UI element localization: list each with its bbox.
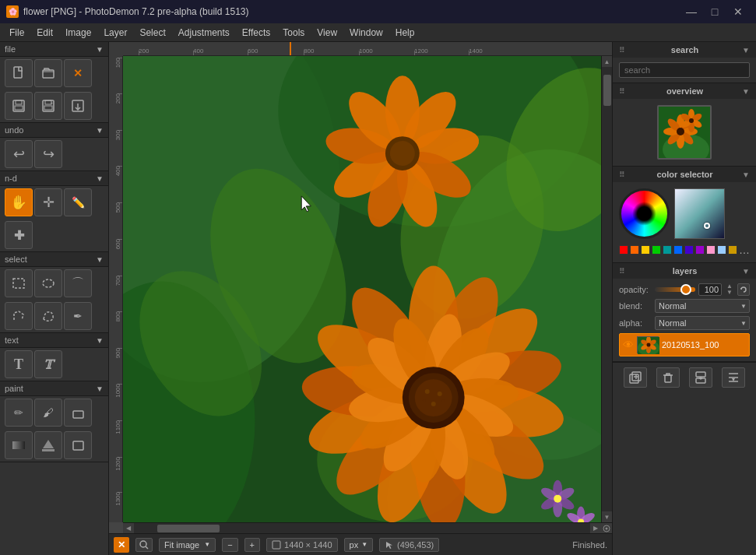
scroll-thumb-h[interactable] xyxy=(157,525,220,532)
overview-label: overview xyxy=(666,86,703,96)
fill-button[interactable] xyxy=(34,431,62,459)
toolbar-paint-header[interactable]: paint ▼ xyxy=(0,381,108,396)
zoom-search-button[interactable] xyxy=(135,538,153,552)
menu-help[interactable]: Help xyxy=(389,26,421,40)
undo-button[interactable]: ↩ xyxy=(5,140,33,168)
save-as-button[interactable]: + xyxy=(34,92,62,120)
scroll-track-v[interactable] xyxy=(602,67,612,511)
blend-mode-select[interactable]: Normal Multiply Screen Overlay xyxy=(655,299,750,313)
poly-lasso-button[interactable] xyxy=(5,302,33,330)
swatch-purple[interactable] xyxy=(695,245,705,255)
scroll-thumb-v[interactable] xyxy=(603,75,611,106)
move-tool-button[interactable]: ✛ xyxy=(34,188,62,216)
toolbar-text-section: text ▼ T 𝕋 xyxy=(0,333,108,381)
rect-select-button[interactable] xyxy=(5,269,33,297)
toolbar-text-header[interactable]: text ▼ xyxy=(0,333,108,348)
swatch-green[interactable] xyxy=(652,245,661,255)
menu-effects[interactable]: Effects xyxy=(236,26,276,40)
overview-thumbnail[interactable] xyxy=(657,105,712,160)
opacity-value-input[interactable]: 100 xyxy=(698,283,722,296)
fancy-text-button[interactable]: 𝕋 xyxy=(34,350,62,378)
swatch-pink[interactable] xyxy=(706,245,716,255)
scroll-up-button[interactable]: ▲ xyxy=(602,56,613,67)
redo-button[interactable]: ↪ xyxy=(34,140,62,168)
swatch-orange[interactable] xyxy=(630,245,639,255)
corner-button[interactable] xyxy=(601,523,612,534)
toolbar-nd-header[interactable]: n-d ▼ xyxy=(0,171,108,186)
layer-visibility-button[interactable]: 👁 xyxy=(623,339,634,351)
close-file-button[interactable]: ✕ xyxy=(64,59,92,87)
maximize-button[interactable]: □ xyxy=(703,0,726,23)
menu-edit[interactable]: Edit xyxy=(30,26,59,40)
canvas-viewport[interactable]: ▲ ▼ xyxy=(123,56,612,522)
save-button[interactable] xyxy=(5,92,33,120)
zoom-out-button[interactable]: − xyxy=(222,538,237,552)
color-selector-grip-icon: ⠿ xyxy=(619,170,624,179)
color-more-button[interactable]: … xyxy=(739,244,750,256)
search-header[interactable]: ⠿ search ▼ xyxy=(613,42,756,58)
opacity-down-arrow[interactable]: ▼ xyxy=(725,290,734,296)
swatch-yellow[interactable] xyxy=(641,245,650,255)
scroll-down-button[interactable]: ▼ xyxy=(602,511,613,522)
swatch-brown[interactable] xyxy=(728,245,737,255)
menu-view[interactable]: View xyxy=(311,26,343,40)
color-wheel[interactable] xyxy=(619,188,670,239)
swatch-indigo[interactable] xyxy=(684,245,694,255)
opacity-slider[interactable] xyxy=(655,287,695,292)
scroll-right-button[interactable]: ▶ xyxy=(590,523,601,534)
scroll-track-h[interactable] xyxy=(134,525,590,532)
scroll-left-button[interactable]: ◀ xyxy=(123,523,134,534)
eyedropper-button[interactable]: ✏️ xyxy=(64,188,92,216)
opacity-reset-button[interactable] xyxy=(737,283,750,296)
pen-select-button[interactable]: ✒ xyxy=(64,302,92,330)
swatch-red[interactable] xyxy=(619,245,628,255)
minimize-button[interactable]: — xyxy=(680,0,703,23)
layers-header[interactable]: ⠿ layers ▼ xyxy=(613,263,756,279)
close-button[interactable]: ✕ xyxy=(726,0,750,23)
px-dropdown[interactable]: px ▼ xyxy=(344,538,374,552)
swatch-blue[interactable] xyxy=(673,245,683,255)
search-input[interactable] xyxy=(619,62,750,78)
pencil-button[interactable]: ✏ xyxy=(5,399,33,427)
new-file-button[interactable] xyxy=(5,59,33,87)
lasso-button[interactable]: ⌒ xyxy=(64,269,92,297)
overview-header[interactable]: ⠿ overview ▼ xyxy=(613,83,756,99)
statusbar-close-button[interactable]: ✕ xyxy=(114,537,129,553)
opacity-slider-thumb[interactable] xyxy=(680,284,691,295)
color-selector-header[interactable]: ⠿ color selector ▼ xyxy=(613,167,756,182)
layer-item[interactable]: 👁 xyxy=(619,333,750,357)
menu-select[interactable]: Select xyxy=(133,26,171,40)
swatch-light-blue[interactable] xyxy=(717,245,726,255)
menu-layer[interactable]: Layer xyxy=(97,26,133,40)
menu-window[interactable]: Window xyxy=(343,26,389,40)
menu-tools[interactable]: Tools xyxy=(276,26,311,40)
toolbar-undo-header[interactable]: undo ▼ xyxy=(0,123,108,138)
new-layer-button[interactable] xyxy=(624,367,647,388)
fit-image-dropdown[interactable]: Fit image ▼ xyxy=(159,538,216,552)
swatch-teal[interactable] xyxy=(663,245,672,255)
zoom-in-button[interactable]: + xyxy=(244,538,260,552)
hand-tool-button[interactable]: ✋ xyxy=(5,188,33,216)
crosshair-button[interactable]: ✚ xyxy=(5,221,33,249)
smart-select-button[interactable] xyxy=(34,302,62,330)
merge-layer-button[interactable] xyxy=(689,367,712,388)
export-button[interactable] xyxy=(64,92,92,120)
eraser-button[interactable] xyxy=(64,399,92,427)
delete-layer-button[interactable] xyxy=(656,367,680,388)
alpha-mode-select[interactable]: Normal Multiply xyxy=(655,316,750,330)
text-tool-button[interactable]: T xyxy=(5,350,33,378)
toolbar-select-header[interactable]: select ▼ xyxy=(0,252,108,267)
open-file-button[interactable] xyxy=(34,59,62,87)
color-picker-box[interactable] xyxy=(674,188,725,239)
paintbrush-button[interactable]: 🖌 xyxy=(34,399,62,427)
gradient-button[interactable] xyxy=(5,431,33,459)
toolbar-file-header[interactable]: file ▼ xyxy=(0,42,108,57)
menu-image[interactable]: Image xyxy=(59,26,97,40)
rectangle-tool-button[interactable] xyxy=(64,431,92,459)
px-arrow-icon: ▼ xyxy=(361,541,367,548)
ellipse-select-button[interactable] xyxy=(34,269,62,297)
flatten-button[interactable] xyxy=(722,367,745,388)
menu-adjustments[interactable]: Adjustments xyxy=(172,26,236,40)
menu-file[interactable]: File xyxy=(3,26,30,40)
vertical-scrollbar[interactable]: ▲ ▼ xyxy=(601,56,612,522)
